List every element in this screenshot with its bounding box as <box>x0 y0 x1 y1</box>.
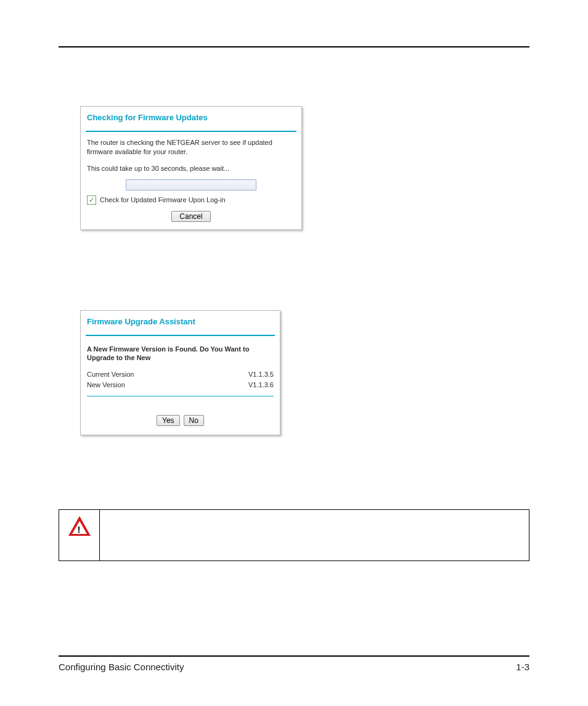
current-version-label: Current Version <box>87 370 134 379</box>
yes-button[interactable]: Yes <box>157 415 180 426</box>
check-icon: ✓ <box>89 197 94 203</box>
top-rule <box>59 46 529 47</box>
page-footer: Configuring Basic Connectivity 1-3 <box>59 655 529 672</box>
upgrade-prompt: A New Firmware Version is Found. Do You … <box>87 342 274 371</box>
new-version-value: V1.1.3.6 <box>248 380 274 390</box>
footer-section: Configuring Basic Connectivity <box>59 662 184 672</box>
firmware-upgrade-panel: Firmware Upgrade Assistant A New Firmwar… <box>80 310 280 435</box>
checkbox-label: Check for Updated Firmware Upon Log-in <box>100 195 226 205</box>
footer-page: 1-3 <box>516 662 529 672</box>
warning-icon: ! <box>68 516 91 536</box>
warning-bang: ! <box>78 524 81 535</box>
current-version-value: V1.1.3.5 <box>248 370 274 379</box>
footer-rule <box>59 655 529 657</box>
status-text-2: This could take up to 30 seconds, please… <box>87 164 295 173</box>
panel-title: Firmware Upgrade Assistant <box>81 311 280 335</box>
checking-firmware-panel: Checking for Firmware Updates The router… <box>80 106 302 230</box>
new-version-label: New Version <box>87 380 125 390</box>
panel-title: Checking for Firmware Updates <box>81 107 301 131</box>
status-text-1: The router is checking the NETGEAR serve… <box>87 138 295 157</box>
warning-icon-cell: ! <box>59 510 100 560</box>
warning-box: ! <box>59 509 529 561</box>
progress-bar <box>126 179 256 191</box>
cancel-button[interactable]: Cancel <box>171 211 210 222</box>
thin-separator <box>87 396 274 396</box>
check-updates-checkbox[interactable]: ✓ <box>87 195 96 205</box>
no-button[interactable]: No <box>184 415 204 426</box>
warning-text-cell <box>100 510 529 560</box>
